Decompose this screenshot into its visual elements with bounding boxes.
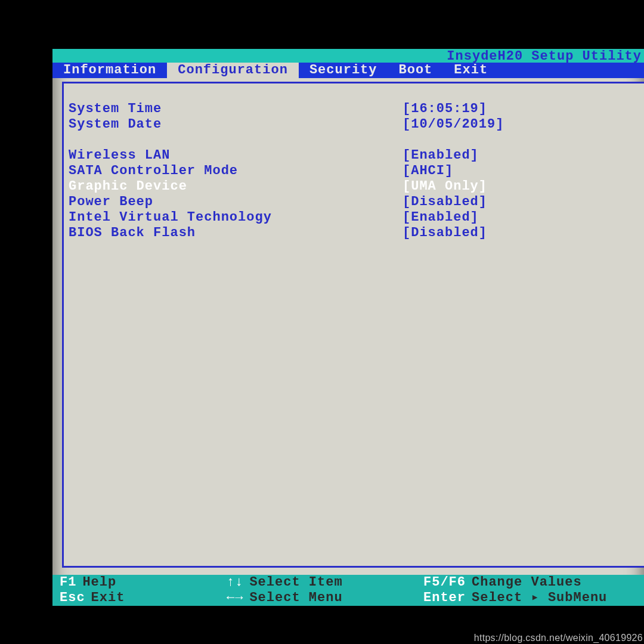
setting-value: [Disabled]: [402, 225, 637, 241]
key-hint-f5f6: F5/F6: [423, 575, 466, 590]
setting-label: SATA Controller Mode: [69, 163, 402, 179]
setting-value: [Enabled]: [402, 148, 637, 163]
footer-line-2: Esc Exit ←→ Select Menu Enter Select ▸ S…: [52, 590, 644, 606]
updown-arrows-icon: ↑↓: [227, 575, 243, 590]
row-spacer: [64, 132, 644, 148]
help-footer: F1 Help ↑↓ Select Item F5/F6 Change Valu…: [52, 575, 644, 606]
setting-label: Wireless LAN: [69, 148, 402, 163]
setting-value: [Enabled]: [402, 210, 637, 225]
setting-system-time[interactable]: System Time [16:05:19]: [64, 101, 644, 117]
tab-information[interactable]: Information: [52, 63, 167, 78]
bios-screen: InsydeH20 Setup Utility Information Conf…: [52, 49, 644, 606]
tab-boot[interactable]: Boot: [388, 63, 444, 78]
setting-label: Graphic Device: [69, 179, 402, 194]
setting-bios-back-flash[interactable]: BIOS Back Flash [Disabled]: [64, 225, 644, 241]
key-action-submenu: Select ▸ SubMenu: [472, 590, 607, 606]
tab-bar: Information Configuration Security Boot …: [52, 63, 644, 78]
setting-sata-controller-mode[interactable]: SATA Controller Mode [AHCI]: [64, 163, 644, 179]
key-action-help: Help: [82, 575, 116, 590]
settings-panel: System Time [16:05:19] System Date [10/0…: [62, 82, 644, 568]
setting-intel-virtual-technology[interactable]: Intel Virtual Technology [Enabled]: [64, 210, 644, 225]
key-action-change-values: Change Values: [472, 575, 582, 590]
watermark-url: https://blog.csdn.net/weixin_40619926: [474, 633, 643, 643]
tab-exit[interactable]: Exit: [443, 63, 499, 78]
setting-label: Power Beep: [69, 194, 402, 210]
setting-graphic-device[interactable]: Graphic Device [UMA Only]: [64, 179, 644, 194]
title-bar: InsydeH20 Setup Utility: [52, 49, 644, 63]
setting-value: [AHCI]: [402, 163, 637, 179]
setting-value: [UMA Only]: [402, 179, 637, 194]
footer-line-1: F1 Help ↑↓ Select Item F5/F6 Change Valu…: [52, 575, 644, 590]
setting-label: Intel Virtual Technology: [69, 210, 402, 225]
key-hint-enter: Enter: [423, 590, 466, 606]
leftright-arrows-icon: ←→: [227, 590, 243, 606]
key-hint-esc: Esc: [60, 590, 85, 606]
setting-value: [Disabled]: [402, 194, 637, 210]
utility-title: InsydeH20 Setup Utility: [447, 49, 642, 63]
setting-label: BIOS Back Flash: [69, 225, 402, 241]
tab-security[interactable]: Security: [299, 63, 388, 78]
key-action-select-menu: Select Menu: [249, 590, 342, 606]
tab-configuration[interactable]: Configuration: [167, 63, 299, 78]
setting-label: System Date: [69, 117, 402, 132]
setting-label: System Time: [69, 101, 402, 117]
key-action-exit: Exit: [91, 590, 125, 606]
setting-value: [10/05/2019]: [402, 117, 637, 132]
setting-value: [16:05:19]: [402, 101, 637, 117]
photo-background: InsydeH20 Setup Utility Information Conf…: [0, 0, 644, 620]
setting-system-date[interactable]: System Date [10/05/2019]: [64, 117, 644, 132]
setting-wireless-lan[interactable]: Wireless LAN [Enabled]: [64, 148, 644, 163]
setting-power-beep[interactable]: Power Beep [Disabled]: [64, 194, 644, 210]
key-hint-f1: F1: [60, 575, 76, 590]
key-action-select-item: Select Item: [249, 575, 342, 590]
